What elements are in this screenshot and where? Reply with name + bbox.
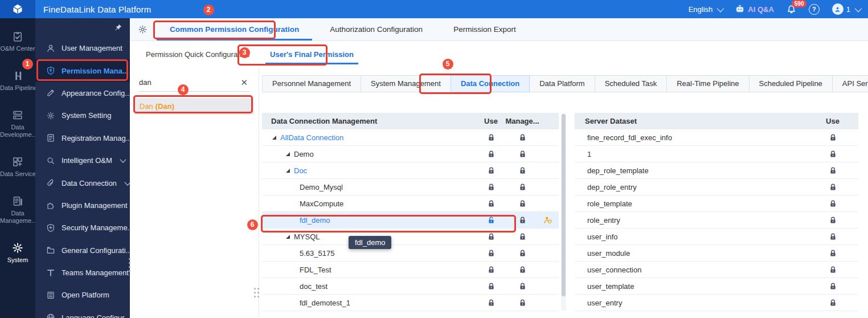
lock-icon[interactable]	[518, 299, 527, 307]
lock-icon[interactable]	[518, 216, 527, 225]
rail-item-o&m-center[interactable]: O&M Center	[0, 31, 35, 52]
user-permission-icon[interactable]	[543, 215, 552, 225]
dataset-row-role_template[interactable]: role_template	[575, 195, 858, 212]
dataset-row-dep_role_template[interactable]: dep_role_template	[575, 162, 858, 179]
connection-row-doc[interactable]: Doc	[262, 162, 559, 179]
user-search-input[interactable]: dan ✕	[139, 74, 249, 92]
notifications-button[interactable]: 590	[787, 5, 796, 14]
lock-icon[interactable]	[518, 183, 527, 191]
lock-icon[interactable]	[829, 166, 837, 175]
connection-row-5.63_5175[interactable]: 5.63_5175	[262, 245, 559, 262]
language-selector[interactable]: English	[689, 5, 723, 14]
sidebar-item-registration-manag[interactable]: Registration Manag...	[35, 127, 130, 149]
perm-tab-personnel-management[interactable]: Personnel Management	[262, 75, 361, 92]
perm-tab-real-time-pipeline[interactable]: Real-Time Pipeline	[666, 75, 749, 92]
rail-item-data-manageme-[interactable]: DataManageme...	[0, 195, 35, 225]
lock-icon[interactable]	[829, 199, 837, 208]
user-result-item[interactable]: Dan (Dan)	[134, 98, 254, 115]
table-scrollbar[interactable]	[561, 113, 566, 311]
dataset-row-user_entry[interactable]: user_entry	[575, 295, 858, 311]
dataset-row-user_connection[interactable]: user_connection	[575, 262, 858, 278]
user-menu[interactable]: 1	[832, 3, 860, 15]
connection-row-maxcompute[interactable]: MaxCompute	[262, 195, 559, 212]
connection-row-doc_test[interactable]: doc_test	[262, 278, 559, 295]
restore-inherited-permission-link[interactable]: Restore Inherited Permission	[262, 97, 868, 106]
lock-icon[interactable]	[829, 133, 837, 142]
connection-row-fdl_test[interactable]: FDL_Test	[262, 262, 559, 278]
tab-authorization-configuration[interactable]: Authorization Configuration	[314, 18, 438, 40]
sidebar-item-language-configur[interactable]: Language Configur...	[35, 307, 130, 318]
lock-icon[interactable]	[829, 233, 837, 241]
lock-icon[interactable]	[518, 133, 527, 142]
connection-row-fdl_demotest_1[interactable]: fdl_demotest_1	[262, 295, 559, 311]
lock-icon[interactable]	[518, 233, 527, 241]
perm-tab-scheduled-pipeline[interactable]: Scheduled Pipeline	[749, 75, 833, 92]
lock-icon[interactable]	[487, 266, 496, 274]
help-button[interactable]: ?	[809, 4, 820, 15]
dataset-row-user_template[interactable]: user_template	[575, 278, 858, 295]
lock-icon[interactable]	[487, 249, 496, 258]
lock-icon[interactable]	[829, 249, 837, 258]
sidebar-item-permission-mana[interactable]: Permission Mana...	[35, 59, 130, 81]
perm-tab-data-connection[interactable]: Data Connection	[451, 75, 530, 92]
dataset-row-1[interactable]: 1	[575, 146, 858, 162]
clear-search-icon[interactable]: ✕	[239, 78, 249, 88]
sidebar-item-system-setting[interactable]: System Setting	[35, 104, 130, 127]
lock-icon[interactable]	[487, 133, 496, 142]
sidebar-item-security-manageme[interactable]: Security Manageme...	[35, 217, 130, 239]
connection-row-mysql[interactable]: MYSQL	[262, 229, 559, 245]
sidebar-item-plugin-management[interactable]: Plugin Management	[35, 194, 130, 217]
tree-expand-icon[interactable]	[272, 136, 276, 140]
lock-icon[interactable]	[518, 166, 527, 175]
perm-tab-api-service[interactable]: API Service	[832, 75, 868, 92]
unlock-icon[interactable]	[487, 216, 496, 225]
lock-icon[interactable]	[487, 183, 496, 191]
sidebar-item-teams-management[interactable]: Teams Management	[35, 262, 130, 284]
lock-icon[interactable]	[487, 282, 496, 291]
lock-icon[interactable]	[829, 216, 837, 225]
sidebar-resize-handle[interactable]	[129, 258, 130, 274]
tree-expand-icon[interactable]	[286, 152, 290, 156]
panel-resize-handle[interactable]	[257, 288, 259, 300]
lock-icon[interactable]	[829, 183, 837, 191]
rail-item-data-service[interactable]: Data Service	[0, 156, 35, 178]
dataset-row-role_entry[interactable]: role_entry	[575, 212, 858, 229]
ai-qa-button[interactable]: AI Q&A	[735, 4, 774, 14]
lock-icon[interactable]	[518, 249, 527, 258]
scrollbar-thumb[interactable]	[562, 114, 566, 296]
sidebar-item-open-platform[interactable]: Open Platform	[35, 284, 130, 306]
sidebar-item-data-connection[interactable]: Data Connection	[35, 172, 130, 194]
rail-item-data-pipeline[interactable]: Data Pipeline	[0, 70, 35, 92]
dataset-row-dep_role_entry[interactable]: dep_role_entry	[575, 179, 858, 195]
lock-icon[interactable]	[829, 266, 837, 274]
sidebar-item-user-management[interactable]: User Management	[35, 37, 130, 59]
lock-icon[interactable]	[487, 233, 496, 241]
perm-tab-scheduled-task[interactable]: Scheduled Task	[595, 75, 668, 92]
tab-common-permission-configuration[interactable]: Common Permission Configuration	[154, 18, 314, 40]
pin-icon[interactable]	[114, 23, 122, 32]
lock-icon[interactable]	[487, 166, 496, 175]
lock-icon[interactable]	[518, 266, 527, 274]
subtab-user-s-final-permission[interactable]: User's Final Permission	[270, 41, 354, 68]
sidebar-item-general-configurati[interactable]: General Configurati...	[35, 239, 130, 262]
tree-expand-icon[interactable]	[286, 169, 290, 173]
sidebar-item-intelligent-o&m[interactable]: Intelligent O&M	[35, 149, 130, 172]
perm-tab-data-platform[interactable]: Data Platform	[529, 75, 595, 92]
dataset-row-user_module[interactable]: user_module	[575, 245, 858, 262]
lock-icon[interactable]	[518, 150, 527, 158]
lock-icon[interactable]	[829, 150, 837, 158]
lock-icon[interactable]	[829, 282, 837, 291]
rail-item-system[interactable]: System	[0, 242, 35, 264]
sidebar-item-appearance-config[interactable]: Appearance Config...	[35, 82, 130, 104]
connection-row-demo[interactable]: Demo	[262, 146, 559, 162]
lock-icon[interactable]	[829, 299, 837, 307]
lock-icon[interactable]	[518, 282, 527, 291]
connection-row-alldata-connection[interactable]: AllData Connection	[262, 129, 559, 146]
connection-row-fdl_demo[interactable]: fdl_demo	[262, 212, 559, 229]
rail-item-data-developme-[interactable]: DataDevelopme...	[0, 109, 35, 138]
perm-tab-system-management[interactable]: System Management	[361, 75, 451, 92]
lock-icon[interactable]	[518, 199, 527, 208]
lock-icon[interactable]	[487, 150, 496, 158]
connection-row-demo_mysql[interactable]: Demo_Mysql	[262, 179, 559, 195]
tab-permission-export[interactable]: Permission Export	[438, 18, 531, 40]
